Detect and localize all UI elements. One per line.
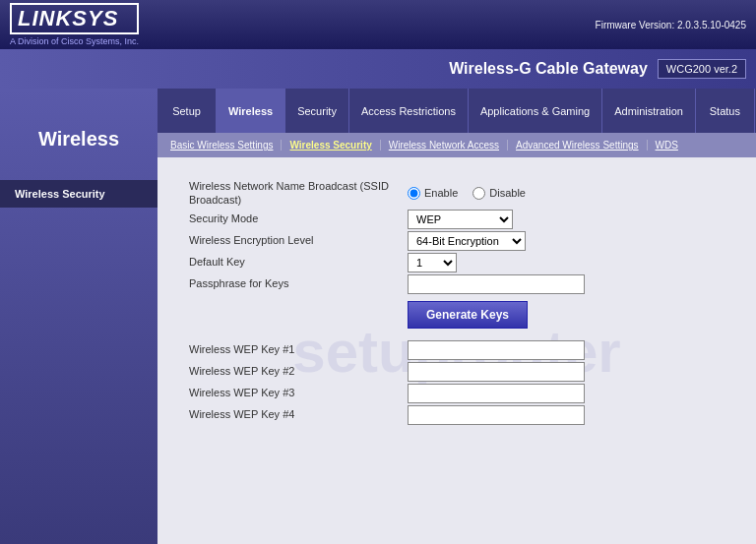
top-header: LINKSYS A Division of Cisco Systems, Inc… <box>0 0 756 49</box>
ssid-enable-radio[interactable] <box>408 187 420 200</box>
ssid-broadcast-control: Enable Disable <box>408 179 724 208</box>
ssid-disable-radio[interactable] <box>472 187 485 200</box>
passphrase-control[interactable] <box>408 274 724 294</box>
tab-wireless[interactable]: Wireless <box>217 89 285 133</box>
generate-keys-button[interactable]: Generate Keys <box>408 301 528 329</box>
security-mode-select[interactable]: Disabled WEP WPA Personal WPA2 Personal <box>408 210 513 229</box>
ssid-broadcast-label: Wireless Network Name Broadcast (SSID Br… <box>189 179 406 208</box>
sub-tab-wireless-network-access[interactable]: Wireless Network Access <box>381 140 508 151</box>
encryption-level-label: Wireless Encryption Level <box>189 231 406 251</box>
wep-key4-input[interactable] <box>408 405 585 425</box>
settings-form: Wireless Network Name Broadcast (SSID Br… <box>187 177 726 427</box>
tab-access-restrictions[interactable]: Access Restrictions <box>349 89 469 133</box>
logo-area: LINKSYS A Division of Cisco Systems, Inc… <box>10 3 139 46</box>
wep-key2-input[interactable] <box>408 362 585 382</box>
sub-tab-basic-wireless[interactable]: Basic Wireless Settings <box>162 140 282 151</box>
encryption-level-row: Wireless Encryption Level 64-Bit Encrypt… <box>189 231 724 251</box>
sidebar: Wireless Wireless Security <box>0 89 158 544</box>
sub-tab-advanced-wireless[interactable]: Advanced Wireless Settings <box>508 140 648 151</box>
default-key-select[interactable]: 1 2 3 4 <box>408 253 457 272</box>
ssid-disable-label: Disable <box>489 187 526 199</box>
firmware-version: Firmware Version: 2.0.3.5.10-0425 <box>596 20 746 30</box>
default-key-label: Default Key <box>189 253 406 272</box>
wep-key3-label: Wireless WEP Key #3 <box>189 384 406 403</box>
nav-tabs: Setup Wireless Security Access Restricti… <box>158 89 756 133</box>
wep-key1-row: Wireless WEP Key #1 <box>189 340 724 360</box>
tab-applications-gaming[interactable]: Applications & Gaming <box>469 89 602 133</box>
passphrase-row: Passphrase for Keys <box>189 274 724 294</box>
ssid-disable-option[interactable]: Disable <box>472 187 526 200</box>
default-key-row: Default Key 1 2 3 4 <box>189 253 724 272</box>
encryption-level-select[interactable]: 64-Bit Encryption 128-Bit Encryption <box>408 231 526 251</box>
passphrase-label: Passphrase for Keys <box>189 274 406 294</box>
wep-key4-row: Wireless WEP Key #4 <box>189 405 724 425</box>
ssid-enable-label: Enable <box>424 187 458 199</box>
security-mode-control[interactable]: Disabled WEP WPA Personal WPA2 Personal <box>408 210 724 229</box>
wep-key3-row: Wireless WEP Key #3 <box>189 384 724 403</box>
wep-key2-label: Wireless WEP Key #2 <box>189 362 406 382</box>
ssid-broadcast-row: Wireless Network Name Broadcast (SSID Br… <box>189 179 724 208</box>
wep-key3-input[interactable] <box>408 384 585 403</box>
sub-tab-wireless-security[interactable]: Wireless Security <box>282 140 380 151</box>
main-layout: Wireless Wireless Security Setup Wireles… <box>0 89 756 544</box>
sub-tab-wds[interactable]: WDS <box>648 140 686 151</box>
product-model: WCG200 ver.2 <box>658 59 746 79</box>
linksys-logo: LINKSYS <box>10 3 139 34</box>
wep-key4-label: Wireless WEP Key #4 <box>189 405 406 425</box>
tab-security[interactable]: Security <box>285 89 349 133</box>
sidebar-title: Wireless <box>0 108 158 170</box>
tab-administration[interactable]: Administration <box>602 89 696 133</box>
encryption-level-control[interactable]: 64-Bit Encryption 128-Bit Encryption <box>408 231 724 251</box>
logo-sub: A Division of Cisco Systems, Inc. <box>10 36 139 46</box>
security-mode-label: Security Mode <box>189 210 406 229</box>
product-bar: Wireless-G Cable Gateway WCG200 ver.2 <box>0 49 756 89</box>
wep-key1-input[interactable] <box>408 340 585 360</box>
passphrase-input[interactable] <box>408 274 585 294</box>
generate-keys-row: Generate Keys <box>189 296 724 329</box>
security-mode-row: Security Mode Disabled WEP WPA Personal … <box>189 210 724 229</box>
ssid-broadcast-radio-group: Enable Disable <box>408 187 724 200</box>
product-name: Wireless-G Cable Gateway <box>449 60 648 78</box>
ssid-enable-option[interactable]: Enable <box>408 187 458 200</box>
tab-status[interactable]: Status <box>696 89 755 133</box>
wep-key2-row: Wireless WEP Key #2 <box>189 362 724 382</box>
content-area: setuprouter Wireless Network Name Broadc… <box>158 157 756 544</box>
wep-key1-label: Wireless WEP Key #1 <box>189 340 406 360</box>
default-key-control[interactable]: 1 2 3 4 <box>408 253 724 272</box>
sidebar-section-wireless-security: Wireless Security <box>0 180 158 208</box>
sub-nav: Basic Wireless Settings Wireless Securit… <box>158 133 756 157</box>
tab-setup[interactable]: Setup <box>158 89 217 133</box>
main-content: Setup Wireless Security Access Restricti… <box>158 89 756 544</box>
